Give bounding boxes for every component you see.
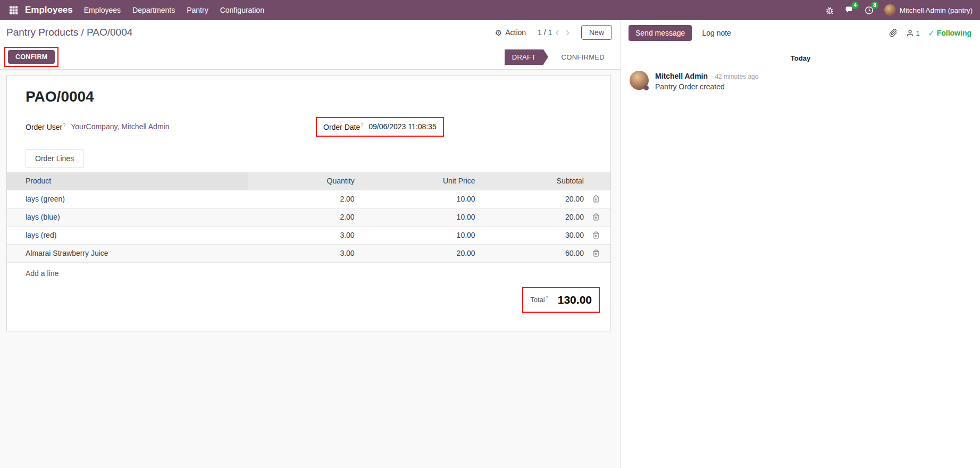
total-annotation-box: Total? 130.00 bbox=[522, 287, 600, 313]
pager-value: 1 / 1 bbox=[538, 28, 552, 37]
cell-subtotal[interactable]: 30.00 bbox=[484, 226, 592, 244]
table-row: Almarai Strawberry Juice 3.00 20.00 60.0… bbox=[7, 244, 610, 262]
message-content: Mitchell Admin - 42 minutes ago Pantry O… bbox=[655, 71, 758, 91]
activities-clock-icon[interactable]: 8 bbox=[860, 4, 878, 17]
menu-item-pantry[interactable]: Pantry bbox=[181, 0, 214, 20]
cell-product[interactable]: lays (red) bbox=[7, 226, 248, 244]
cell-quantity[interactable]: 3.00 bbox=[248, 244, 363, 262]
user-name: Mitchell Admin (pantry) bbox=[900, 6, 973, 14]
status-draft[interactable]: DRAFT bbox=[505, 49, 543, 65]
gear-icon: ⚙ bbox=[495, 29, 502, 37]
send-message-button[interactable]: Send message bbox=[629, 25, 692, 41]
user-avatar bbox=[884, 4, 896, 16]
top-navbar: Employees Employees Departments Pantry C… bbox=[0, 0, 980, 20]
breadcrumb-parent[interactable]: Pantry Products bbox=[6, 27, 78, 38]
presence-indicator bbox=[644, 86, 649, 90]
form-content: PAO/0004 Order User? YourCompany, Mitche… bbox=[0, 70, 621, 468]
record-pager: 1 / 1 ‹ › bbox=[538, 27, 573, 38]
menu-item-employees[interactable]: Employees bbox=[78, 0, 127, 20]
delete-row-icon[interactable] bbox=[592, 226, 610, 244]
chatter-panel: Send message Log note 1 ✓ Following bbox=[621, 20, 980, 468]
control-panel: Pantry Products / PAO/0004 ⚙ Action 1 / … bbox=[0, 20, 621, 45]
user-menu[interactable]: Mitchell Admin (pantry) bbox=[884, 4, 973, 16]
record-title[interactable]: PAO/0004 bbox=[26, 88, 592, 105]
message-avatar bbox=[630, 71, 649, 90]
form-sheet: PAO/0004 Order User? YourCompany, Mitche… bbox=[6, 75, 611, 331]
cell-subtotal[interactable]: 60.00 bbox=[484, 244, 592, 262]
following-label: Following bbox=[937, 29, 971, 37]
notebook-tabs: Order Lines bbox=[26, 149, 610, 168]
table-row: lays (blue) 2.00 10.00 20.00 bbox=[7, 208, 610, 226]
navbar-right: 4 8 Mitchell Admin (pantry) bbox=[821, 4, 973, 17]
table-row: lays (red) 3.00 10.00 30.00 bbox=[7, 226, 610, 244]
cell-quantity[interactable]: 2.00 bbox=[248, 208, 363, 226]
help-marker: ? bbox=[361, 122, 363, 128]
new-button[interactable]: New bbox=[581, 25, 612, 40]
cell-subtotal[interactable]: 20.00 bbox=[484, 208, 592, 226]
message-author[interactable]: Mitchell Admin bbox=[655, 72, 708, 80]
message-timestamp: - 42 minutes ago bbox=[711, 73, 758, 80]
grid-icon bbox=[10, 6, 18, 14]
pager-previous-icon[interactable]: ‹ bbox=[552, 27, 562, 38]
navbar-left: Employees Employees Departments Pantry C… bbox=[5, 0, 270, 20]
control-panel-actions: ⚙ Action 1 / 1 ‹ › New bbox=[492, 25, 612, 40]
cell-product[interactable]: lays (green) bbox=[7, 190, 248, 208]
help-marker: ? bbox=[63, 122, 65, 128]
breadcrumb: Pantry Products / PAO/0004 bbox=[6, 27, 132, 38]
action-menu-button[interactable]: ⚙ Action bbox=[492, 28, 529, 37]
menu-item-departments[interactable]: Departments bbox=[127, 0, 181, 20]
app-name[interactable]: Employees bbox=[25, 5, 73, 15]
message-header: Mitchell Admin - 42 minutes ago bbox=[655, 72, 758, 80]
delete-row-icon[interactable] bbox=[592, 244, 610, 262]
form-fields: Order User? YourCompany, Mitchell Admin … bbox=[26, 117, 592, 137]
tab-order-lines[interactable]: Order Lines bbox=[26, 149, 83, 168]
page-body: Pantry Products / PAO/0004 ⚙ Action 1 / … bbox=[0, 20, 980, 468]
cell-product[interactable]: lays (blue) bbox=[7, 208, 248, 226]
message-body: Pantry Order created bbox=[655, 82, 758, 91]
chatter-tools: 1 ✓ Following bbox=[889, 29, 971, 37]
cell-product[interactable]: Almarai Strawberry Juice bbox=[7, 244, 248, 262]
form-statusbar: CONFIRM DRAFT CONFIRMED bbox=[0, 45, 621, 70]
total-section: Total? 130.00 bbox=[7, 287, 600, 313]
order-date-annotation-box: Order Date? 09/06/2023 11:08:35 bbox=[316, 117, 444, 137]
apps-menu-icon[interactable] bbox=[5, 6, 22, 14]
date-divider: Today bbox=[621, 54, 980, 62]
pager-next-icon[interactable]: › bbox=[563, 27, 573, 38]
following-button[interactable]: ✓ Following bbox=[928, 29, 971, 37]
check-icon: ✓ bbox=[928, 29, 934, 37]
messages-icon[interactable]: 4 bbox=[841, 4, 858, 17]
menu-item-configuration[interactable]: Configuration bbox=[214, 0, 270, 20]
cell-unit-price[interactable]: 10.00 bbox=[363, 208, 484, 226]
delete-row-icon[interactable] bbox=[592, 190, 610, 208]
attachment-paperclip-icon[interactable] bbox=[889, 29, 898, 37]
header-subtotal[interactable]: Subtotal bbox=[484, 172, 592, 190]
followers-button[interactable]: 1 bbox=[906, 29, 920, 37]
top-menu: Employees Departments Pantry Configurati… bbox=[78, 0, 270, 20]
chatter-message: Mitchell Admin - 42 minutes ago Pantry O… bbox=[621, 71, 980, 91]
cell-subtotal[interactable]: 20.00 bbox=[484, 190, 592, 208]
status-steps: DRAFT CONFIRMED bbox=[505, 49, 612, 65]
log-note-button[interactable]: Log note bbox=[695, 25, 738, 41]
cell-quantity[interactable]: 3.00 bbox=[248, 226, 363, 244]
header-actions bbox=[592, 172, 610, 190]
order-lines-table: Product Quantity Unit Price Subtotal lay… bbox=[7, 172, 610, 263]
status-confirmed[interactable]: CONFIRMED bbox=[554, 49, 612, 65]
cell-unit-price[interactable]: 20.00 bbox=[363, 244, 484, 262]
order-date-value[interactable]: 09/06/2023 11:08:35 bbox=[368, 122, 436, 131]
cell-quantity[interactable]: 2.00 bbox=[248, 190, 363, 208]
order-user-label: Order User? bbox=[26, 122, 65, 131]
header-quantity[interactable]: Quantity bbox=[248, 172, 363, 190]
add-a-line-link[interactable]: Add a line bbox=[26, 269, 58, 278]
debug-bug-icon[interactable] bbox=[821, 4, 839, 17]
person-icon bbox=[906, 29, 914, 37]
cell-unit-price[interactable]: 10.00 bbox=[363, 190, 484, 208]
cell-unit-price[interactable]: 10.00 bbox=[363, 226, 484, 244]
confirm-button[interactable]: CONFIRM bbox=[8, 50, 55, 64]
activities-badge: 8 bbox=[871, 2, 878, 9]
delete-row-icon[interactable] bbox=[592, 208, 610, 226]
messages-badge: 4 bbox=[851, 2, 859, 9]
header-unit-price[interactable]: Unit Price bbox=[363, 172, 484, 190]
order-date-label: Order Date? bbox=[323, 122, 363, 131]
header-product[interactable]: Product bbox=[7, 172, 248, 190]
order-user-value[interactable]: YourCompany, Mitchell Admin bbox=[71, 122, 169, 131]
